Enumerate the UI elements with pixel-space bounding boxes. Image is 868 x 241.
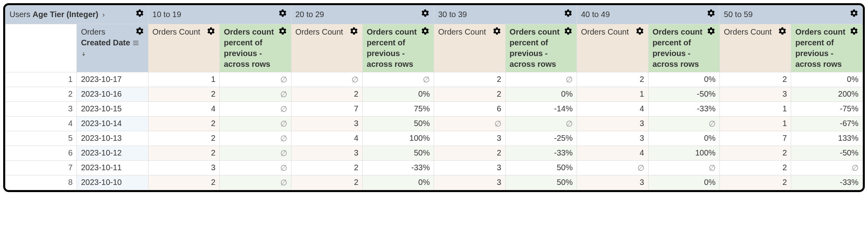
measure-pct-header-0[interactable]: Orders count percent of previous - acros… <box>220 24 291 72</box>
count-cell[interactable]: ∅ <box>577 160 648 175</box>
count-cell[interactable]: 1 <box>720 116 791 131</box>
pct-cell[interactable]: 50% <box>505 160 577 175</box>
pivot-icon[interactable] <box>132 38 139 49</box>
pivot-bucket-header-4[interactable]: 50 to 59 <box>720 6 863 24</box>
count-cell[interactable]: 2 <box>148 87 219 101</box>
count-cell[interactable]: 4 <box>148 101 219 116</box>
gear-icon[interactable] <box>850 27 858 35</box>
pct-cell[interactable]: -50% <box>791 146 863 160</box>
measure-pct-header-4[interactable]: Orders count percent of previous - acros… <box>791 24 863 72</box>
pct-cell[interactable]: -14% <box>505 101 577 116</box>
count-cell[interactable]: 2 <box>291 87 362 101</box>
pct-cell[interactable]: 0% <box>363 175 434 190</box>
pct-cell[interactable]: 0% <box>505 87 577 101</box>
pct-cell[interactable]: ∅ <box>220 101 291 116</box>
pivot-bucket-header-2[interactable]: 30 to 39 <box>434 6 577 24</box>
pct-cell[interactable]: 100% <box>648 146 719 160</box>
count-cell[interactable]: 2 <box>720 146 791 160</box>
pct-cell[interactable]: 0% <box>648 72 719 87</box>
measure-pct-header-2[interactable]: Orders count percent of previous - acros… <box>505 24 577 72</box>
count-cell[interactable]: 4 <box>577 146 648 160</box>
pivot-bucket-header-0[interactable]: 10 to 19 <box>148 6 291 24</box>
date-cell[interactable]: 2023-10-10 <box>77 175 148 190</box>
pct-cell[interactable]: 50% <box>363 146 434 160</box>
count-cell[interactable]: 2 <box>291 175 362 190</box>
count-cell[interactable]: 3 <box>148 160 219 175</box>
gear-icon[interactable] <box>850 9 858 17</box>
gear-icon[interactable] <box>635 27 644 35</box>
pct-cell[interactable]: ∅ <box>220 87 291 101</box>
count-cell[interactable]: 4 <box>291 131 362 146</box>
gear-icon[interactable] <box>207 27 215 35</box>
gear-icon[interactable] <box>421 9 430 17</box>
date-cell[interactable]: 2023-10-15 <box>77 101 148 116</box>
count-cell[interactable]: 2 <box>148 175 219 190</box>
pct-cell[interactable]: ∅ <box>505 72 577 87</box>
chevron-right-icon[interactable] <box>101 10 106 21</box>
measure-count-header-1[interactable]: Orders Count <box>291 24 362 72</box>
pct-cell[interactable]: ∅ <box>648 160 719 175</box>
pct-cell[interactable]: ∅ <box>791 160 863 175</box>
count-cell[interactable]: 7 <box>720 131 791 146</box>
pct-cell[interactable]: ∅ <box>505 116 577 131</box>
pct-cell[interactable]: ∅ <box>363 72 434 87</box>
count-cell[interactable]: 2 <box>720 160 791 175</box>
count-cell[interactable]: 3 <box>577 175 648 190</box>
count-cell[interactable]: 1 <box>720 101 791 116</box>
pct-cell[interactable]: 0% <box>791 72 863 87</box>
gear-icon[interactable] <box>493 27 501 35</box>
count-cell[interactable]: 1 <box>577 87 648 101</box>
measure-count-header-3[interactable]: Orders Count <box>577 24 648 72</box>
date-cell[interactable]: 2023-10-16 <box>77 87 148 101</box>
pct-cell[interactable]: -33% <box>363 160 434 175</box>
pct-cell[interactable]: 200% <box>791 87 863 101</box>
count-cell[interactable]: 1 <box>148 72 219 87</box>
pct-cell[interactable]: 100% <box>363 131 434 146</box>
pivot-bucket-header-3[interactable]: 40 to 49 <box>577 6 720 24</box>
date-cell[interactable]: 2023-10-13 <box>77 131 148 146</box>
gear-icon[interactable] <box>421 27 430 35</box>
gear-icon[interactable] <box>564 27 573 35</box>
count-cell[interactable]: 2 <box>148 146 219 160</box>
count-cell[interactable]: ∅ <box>434 116 505 131</box>
pct-cell[interactable]: 75% <box>363 101 434 116</box>
pct-cell[interactable]: 0% <box>648 175 719 190</box>
gear-icon[interactable] <box>135 27 144 35</box>
measure-count-header-4[interactable]: Orders Count <box>720 24 791 72</box>
count-cell[interactable]: 3 <box>577 116 648 131</box>
count-cell[interactable]: 4 <box>577 101 648 116</box>
pct-cell[interactable]: ∅ <box>220 116 291 131</box>
gear-icon[interactable] <box>350 27 358 35</box>
count-cell[interactable]: 3 <box>577 131 648 146</box>
pct-cell[interactable]: ∅ <box>220 72 291 87</box>
measure-count-header-0[interactable]: Orders Count <box>148 24 219 72</box>
pct-cell[interactable]: -33% <box>791 175 863 190</box>
gear-icon[interactable] <box>278 27 287 35</box>
count-cell[interactable]: 2 <box>720 72 791 87</box>
pct-cell[interactable]: -75% <box>791 101 863 116</box>
count-cell[interactable]: 2 <box>291 160 362 175</box>
count-cell[interactable]: 3 <box>720 87 791 101</box>
gear-icon[interactable] <box>278 9 287 17</box>
measure-pct-header-1[interactable]: Orders count percent of previous - acros… <box>363 24 434 72</box>
row-dimension-header[interactable]: Orders Created Date <box>77 24 148 72</box>
count-cell[interactable]: 3 <box>434 131 505 146</box>
pct-cell[interactable]: ∅ <box>220 160 291 175</box>
measure-count-header-2[interactable]: Orders Count <box>434 24 505 72</box>
count-cell[interactable]: 7 <box>291 101 362 116</box>
date-cell[interactable]: 2023-10-17 <box>77 72 148 87</box>
count-cell[interactable]: 2 <box>434 146 505 160</box>
date-cell[interactable]: 2023-10-14 <box>77 116 148 131</box>
pct-cell[interactable]: 133% <box>791 131 863 146</box>
pivot-dimension-header[interactable]: Users Age Tier (Integer) <box>6 6 149 24</box>
pct-cell[interactable]: 50% <box>363 116 434 131</box>
pivot-bucket-header-1[interactable]: 20 to 29 <box>291 6 434 24</box>
count-cell[interactable]: 2 <box>577 72 648 87</box>
gear-icon[interactable] <box>707 9 716 17</box>
pct-cell[interactable]: 50% <box>505 175 577 190</box>
gear-icon[interactable] <box>778 27 787 35</box>
gear-icon[interactable] <box>135 9 144 17</box>
count-cell[interactable]: 6 <box>434 101 505 116</box>
pct-cell[interactable]: -67% <box>791 116 863 131</box>
count-cell[interactable]: 3 <box>434 175 505 190</box>
